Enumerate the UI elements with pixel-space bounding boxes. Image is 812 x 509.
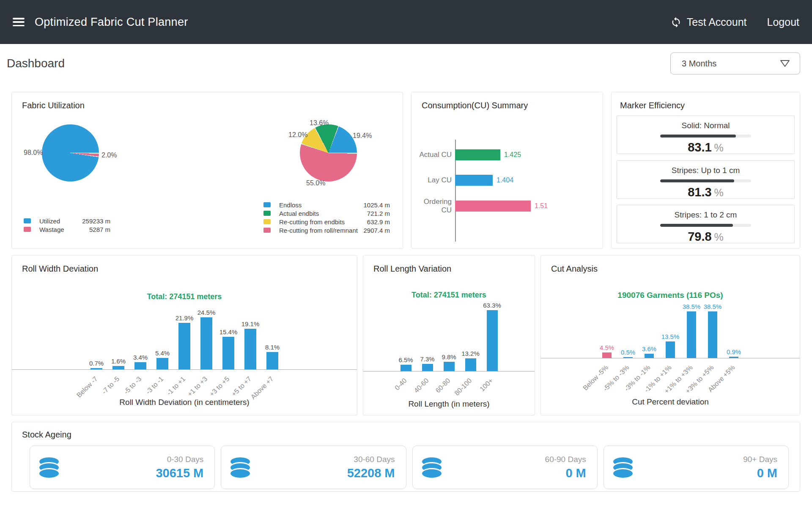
dashboard-content: Fabric Utilization 98.0% 2.0% Utilized 2… bbox=[11, 92, 800, 492]
stock-card-label: 90+ Days bbox=[743, 455, 777, 464]
middle-row: Roll Width Deviation Total: 274151 meter… bbox=[11, 255, 800, 415]
legend-label: Wastage bbox=[39, 226, 64, 233]
bar bbox=[465, 358, 476, 371]
refresh-icon[interactable] bbox=[670, 17, 682, 28]
menu-icon[interactable] bbox=[13, 18, 25, 26]
panel-title: Fabric Utilization bbox=[22, 101, 85, 110]
bar bbox=[623, 357, 633, 358]
legend-value: 721.2 m bbox=[367, 210, 390, 217]
bar-value-label: 13.2% bbox=[461, 350, 480, 357]
marker-efficiency-card: Solid: Normal 83.1% bbox=[617, 116, 795, 154]
x-axis-ticks: Below -7-7 to -5-5 to -3-3 to -1-1 to +1… bbox=[12, 370, 357, 397]
bar-plot: 4.5%0.5%3.6%13.5%38.5%38.5%0.9% bbox=[541, 303, 800, 358]
bar bbox=[178, 323, 190, 369]
legend-item: Re-cutting from roll/remnant 2907.4 m bbox=[263, 226, 390, 234]
bar-value-label: 1.425 bbox=[504, 151, 521, 159]
x-tick: Below -7 bbox=[91, 370, 102, 397]
legend-swatch bbox=[263, 202, 271, 207]
database-icon bbox=[230, 457, 250, 478]
marker-label: Stripes: 1 to 2 cm bbox=[617, 210, 794, 220]
bar-slot: 15.4% bbox=[222, 328, 234, 369]
bar-value-label: 6.5% bbox=[398, 356, 413, 363]
page-title: Dashboard bbox=[7, 57, 65, 70]
bar-slot: 3.4% bbox=[134, 354, 146, 369]
logout-button[interactable]: Logout bbox=[767, 16, 799, 28]
consumption-bar-row: Ordering CU1.51 bbox=[411, 201, 548, 212]
marker-efficiency-panel: Marker Efficiency Solid: Normal 83.1% St… bbox=[611, 92, 800, 249]
bar-slot: 21.9% bbox=[178, 314, 190, 369]
account-button[interactable]: Test Account bbox=[687, 16, 747, 28]
pie-slice-label: 19.4% bbox=[353, 132, 372, 140]
bar-value-label: 5.4% bbox=[155, 349, 170, 357]
bar-slot: 4.5% bbox=[602, 344, 612, 358]
marker-label: Solid: Normal bbox=[617, 121, 794, 130]
fabric-utilization-panel: Fabric Utilization 98.0% 2.0% Utilized 2… bbox=[11, 92, 403, 249]
x-tick-label: 60-80 bbox=[434, 377, 452, 395]
panel-title: Marker Efficiency bbox=[620, 101, 685, 110]
app-header: Optimized Fabric Cut Planner Test Accoun… bbox=[0, 0, 812, 44]
bar-value-label: 19.1% bbox=[241, 320, 260, 327]
x-axis-title: Roll Width Deviation (in centimeters) bbox=[12, 398, 357, 407]
legend-value: 2907.4 m bbox=[363, 227, 390, 234]
bar bbox=[455, 201, 531, 212]
x-tick: Above +5% bbox=[729, 358, 738, 396]
x-tick: Above +7 bbox=[266, 370, 278, 397]
bar-slot: 5.4% bbox=[156, 349, 168, 369]
stock-card-label: 60-90 Days bbox=[545, 455, 586, 464]
bar-slot: 0.5% bbox=[623, 349, 633, 358]
consumption-summary-panel: Consumption(CU) Summary Actual CU1.425La… bbox=[411, 92, 603, 249]
x-tick: 80-100 bbox=[465, 371, 476, 399]
pie-slice-label: 55.0% bbox=[306, 179, 325, 187]
bar bbox=[156, 358, 168, 369]
stock-ageing-card: 0-30 Days 30615 M bbox=[30, 446, 215, 489]
stock-card-value: 30615 M bbox=[156, 466, 203, 480]
bar bbox=[222, 337, 234, 369]
pie-slice-label: 12.0% bbox=[288, 131, 307, 139]
database-icon bbox=[39, 457, 59, 478]
bar-slot: 63.3% bbox=[487, 302, 498, 371]
bar-value-label: 8.1% bbox=[265, 344, 280, 351]
progress-fill bbox=[660, 224, 733, 227]
stock-card-label: 0-30 Days bbox=[156, 455, 203, 464]
stock-ageing-card: 60-90 Days 0 M bbox=[412, 446, 598, 489]
y-tick-label: Actual CU bbox=[411, 151, 452, 159]
top-row: Fabric Utilization 98.0% 2.0% Utilized 2… bbox=[11, 92, 800, 249]
y-tick-label: Lay CU bbox=[411, 176, 452, 184]
bar-value-label: 38.5% bbox=[683, 303, 701, 310]
chart-total: Total: 274151 meters bbox=[12, 292, 357, 301]
bar-slot: 38.5% bbox=[708, 303, 717, 358]
period-dropdown[interactable]: 3 Months bbox=[670, 52, 800, 74]
bar bbox=[91, 368, 102, 370]
bar bbox=[645, 354, 654, 358]
pie-slice-label: 2.0% bbox=[102, 151, 117, 159]
bar bbox=[266, 352, 278, 369]
marker-label: Stripes: Up to 1 cm bbox=[617, 166, 794, 175]
app-title: Optimized Fabric Cut Planner bbox=[35, 16, 188, 29]
cut-analysis-panel: Cut Analysis 190076 Garments (116 POs) 4… bbox=[540, 255, 800, 415]
bar bbox=[602, 352, 612, 358]
bar bbox=[200, 317, 212, 369]
stock-card-value: 52208 M bbox=[347, 466, 395, 480]
bar-slot: 0.9% bbox=[729, 348, 738, 358]
panel-title: Roll Width Deviation bbox=[22, 264, 357, 274]
bar bbox=[455, 149, 500, 160]
pie-slice-label: 13.6% bbox=[310, 119, 329, 127]
bar-value-label: 63.3% bbox=[483, 302, 501, 309]
bar-slot: 38.5% bbox=[687, 303, 696, 358]
x-tick: -5 to -3 bbox=[134, 370, 146, 397]
database-icon bbox=[613, 457, 633, 478]
bar-value-label: 24.5% bbox=[198, 309, 216, 316]
x-tick-label: -5 to -3 bbox=[123, 375, 143, 396]
legend-swatch bbox=[263, 219, 271, 224]
stock-ageing-card: 30-60 Days 52208 M bbox=[221, 446, 406, 489]
bar bbox=[708, 311, 717, 358]
x-tick-label: 0-40 bbox=[393, 377, 408, 392]
x-tick-label: -1 to +1 bbox=[165, 375, 187, 397]
page-bar: Dashboard 3 Months bbox=[0, 44, 812, 74]
y-tick-label: Ordering CU bbox=[411, 198, 452, 215]
legend-label: Actual endbits bbox=[279, 210, 319, 217]
bar-value-label: 1.51 bbox=[535, 202, 548, 210]
x-tick: 100+ bbox=[487, 371, 498, 399]
bar-value-label: 1.6% bbox=[111, 358, 126, 365]
progress-track bbox=[660, 224, 751, 227]
